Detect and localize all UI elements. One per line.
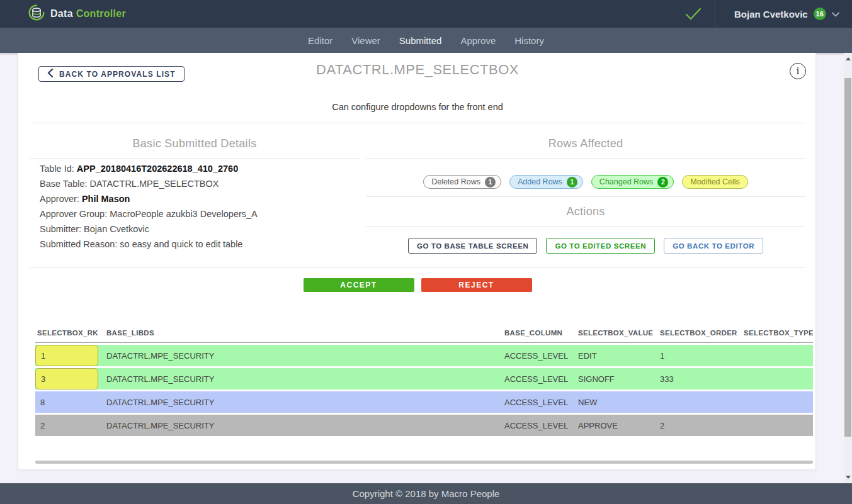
decision-buttons: ACCEPT REJECT — [18, 278, 817, 292]
details-heading: Basic Submitted Details — [30, 137, 360, 150]
grid-horizontal-scrollbar[interactable] — [35, 461, 813, 464]
info-icon: i — [797, 66, 799, 76]
go-to-edited-screen-button[interactable]: GO TO EDITED SCREEN — [546, 238, 655, 254]
column-header-selectbox-order: SELECTBOX_ORDER — [660, 329, 744, 337]
app-title: Data Controller — [50, 8, 126, 20]
cell-selectbox-value: APPROVE — [578, 421, 660, 430]
column-header-base-libds: BASE_LIBDS — [106, 329, 504, 337]
user-menu[interactable]: Bojan Cvetkovic 16 — [734, 0, 839, 28]
status-check-icon — [685, 7, 701, 23]
accept-button[interactable]: ACCEPT — [304, 278, 414, 292]
rows-affected-badges: Deleted Rows 1 Added Rows 1 Changed Rows… — [366, 175, 805, 189]
badge-label: Added Rows — [518, 177, 562, 186]
go-to-base-table-button[interactable]: GO TO BASE TABLE SCREEN — [408, 238, 538, 254]
field-label: Submitted Reason: — [40, 239, 120, 249]
column-header-selectbox-rk: SELECTBOX_RK — [35, 329, 106, 337]
field-value: Phil Mason — [82, 194, 130, 204]
header-divider — [715, 0, 715, 28]
app-logo[interactable]: Data Controller — [28, 4, 126, 23]
field-value: MacroPeople azukbi3 Developers_A — [110, 209, 258, 219]
nav-item-submitted[interactable]: Submitted — [399, 35, 442, 46]
go-back-to-editor-button[interactable]: GO BACK TO EDITOR — [664, 238, 763, 254]
field-value: DATACTRL.MPE_SELECTBOX — [90, 179, 219, 189]
table-row: 3 DATACTRL.MPE_SECURITY ACCESS_LEVEL SIG… — [35, 368, 813, 389]
cell-selectbox-value: NEW — [578, 398, 660, 407]
scroll-down-button[interactable] — [844, 473, 852, 481]
detail-field-submitted-reason: Submitted Reason: so easy and quick to e… — [40, 237, 360, 252]
field-value: so easy and quick to edit table — [120, 239, 242, 249]
cell-base-libds: DATACTRL.MPE_SECURITY — [106, 374, 504, 384]
deleted-rows-badge[interactable]: Deleted Rows 1 — [423, 175, 501, 189]
added-rows-badge[interactable]: Added Rows 1 — [509, 175, 583, 189]
modified-cells-badge[interactable]: Modified Cells — [682, 175, 748, 189]
cell-base-libds: DATACTRL.MPE_SECURITY — [106, 398, 504, 407]
column-header-selectbox-value: SELECTBOX_VALUE — [578, 329, 660, 337]
cell-base-column: ACCESS_LEVEL — [504, 398, 578, 407]
scroll-thumb[interactable] — [844, 78, 851, 437]
arrow-up-icon — [846, 57, 851, 60]
detail-field-submitter: Submitter: Bojan Cvetkovic — [40, 221, 360, 237]
user-name: Bojan Cvetkovic — [734, 9, 808, 20]
page-footer: Copyright © 2018 by Macro People — [0, 483, 852, 504]
table-row: 8 DATACTRL.MPE_SECURITY ACCESS_LEVEL NEW — [35, 391, 813, 413]
scroll-up-button[interactable] — [844, 55, 852, 63]
field-label: Approver Group: — [40, 209, 110, 219]
cell-selectbox-rk: 3 — [35, 368, 106, 389]
approval-grid: SELECTBOX_RK BASE_LIBDS BASE_COLUMN SELE… — [35, 320, 813, 438]
cell-selectbox-rk: 2 — [35, 415, 106, 436]
cell-selectbox-value: EDIT — [578, 351, 660, 361]
main-nav: Editor Viewer Submitted Approve History — [0, 28, 852, 53]
changed-rows-badge[interactable]: Changed Rows 2 — [591, 175, 674, 189]
divider — [30, 158, 360, 159]
reject-button[interactable]: REJECT — [421, 278, 532, 292]
column-header-base-column: BASE_COLUMN — [504, 329, 578, 337]
divider — [30, 123, 805, 123]
cell-selectbox-value: SIGNOFF — [578, 374, 660, 384]
detail-field-table-id: Table Id: APP_20180416T202622618_410_276… — [40, 161, 360, 176]
detail-field-base-table: Base Table: DATACTRL.MPE_SELECTBOX — [40, 176, 360, 191]
arrow-down-icon — [846, 476, 851, 479]
cell-selectbox-rk: 1 — [35, 345, 106, 366]
copyright-text: Copyright © 2018 by Macro People — [353, 488, 500, 499]
nav-item-viewer[interactable]: Viewer — [351, 35, 380, 46]
cell-base-column: ACCESS_LEVEL — [504, 374, 578, 384]
actions-heading: Actions — [366, 205, 805, 218]
database-logo-icon — [28, 4, 45, 24]
info-button[interactable]: i — [790, 63, 806, 79]
field-label: Approver: — [40, 194, 82, 204]
approval-detail-card: BACK TO APPROVALS LIST DATACTRL.MPE_SELE… — [18, 53, 816, 470]
action-buttons: GO TO BASE TABLE SCREEN GO TO EDITED SCR… — [366, 238, 805, 254]
modified-cell: 1 — [35, 345, 98, 366]
divider — [366, 158, 805, 159]
field-label: Table Id: — [40, 164, 77, 174]
field-value: Bojan Cvetkovic — [84, 224, 149, 234]
basic-submitted-details: Table Id: APP_20180416T202622618_410_276… — [40, 161, 360, 252]
cell-selectbox-rk: 8 — [35, 391, 106, 413]
column-header-selectbox-type: SELECTBOX_TYPE — [744, 329, 813, 337]
nav-item-editor[interactable]: Editor — [308, 35, 332, 46]
divider — [30, 267, 805, 268]
chevron-down-icon — [832, 8, 839, 20]
divider — [366, 226, 805, 227]
table-row: 1 DATACTRL.MPE_SECURITY ACCESS_LEVEL EDI… — [35, 345, 813, 366]
modified-cell: 3 — [35, 368, 98, 389]
nav-item-history[interactable]: History — [514, 35, 544, 46]
badge-count: 1 — [485, 177, 496, 188]
page-subtitle: Can configure dropdowns for the front en… — [18, 102, 817, 112]
cell-base-libds: DATACTRL.MPE_SECURITY — [106, 351, 504, 361]
nav-item-approve[interactable]: Approve — [460, 35, 496, 46]
app-header: Data Controller Bojan Cvetkovic 16 — [0, 0, 852, 28]
field-label: Submitter: — [40, 224, 84, 234]
page-scrollbar[interactable] — [844, 53, 852, 483]
detail-field-approver: Approver: Phil Mason — [40, 191, 360, 206]
rows-affected-heading: Rows Affected — [366, 137, 805, 150]
cell-base-column: ACCESS_LEVEL — [504, 351, 578, 361]
field-label: Base Table: — [40, 179, 90, 189]
badge-count: 1 — [567, 177, 577, 188]
badge-count: 2 — [657, 177, 668, 188]
notification-count-badge: 16 — [814, 8, 826, 20]
page-title: DATACTRL.MPE_SELECTBOX — [18, 62, 817, 78]
badge-label: Deleted Rows — [431, 177, 480, 186]
cell-selectbox-order: 1 — [660, 351, 744, 361]
badge-label: Modified Cells — [690, 177, 740, 186]
